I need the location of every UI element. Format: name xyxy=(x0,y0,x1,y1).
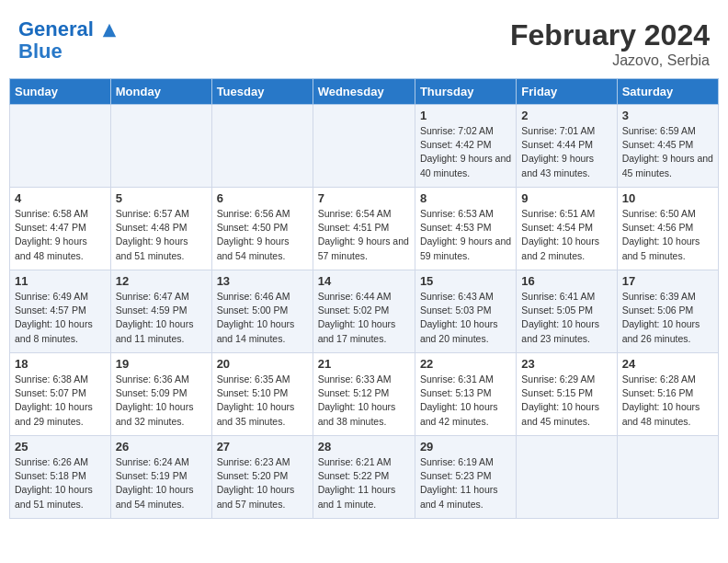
day-number: 5 xyxy=(116,191,207,205)
calendar-cell: 27Sunrise: 6:23 AMSunset: 5:20 PMDayligh… xyxy=(211,436,313,519)
day-number: 4 xyxy=(15,191,106,205)
calendar-cell: 17Sunrise: 6:39 AMSunset: 5:06 PMDayligh… xyxy=(617,270,718,353)
day-sun-info: Sunrise: 6:51 AMSunset: 4:54 PMDaylight:… xyxy=(521,207,611,263)
svg-marker-0 xyxy=(103,24,116,37)
day-sun-info: Sunrise: 6:59 AMSunset: 4:45 PMDaylight:… xyxy=(622,124,713,180)
calendar-cell: 10Sunrise: 6:50 AMSunset: 4:56 PMDayligh… xyxy=(617,188,718,270)
logo: General Blue xyxy=(18,18,118,63)
calendar-cell: 11Sunrise: 6:49 AMSunset: 4:57 PMDayligh… xyxy=(10,270,111,353)
calendar-cell: 29Sunrise: 6:19 AMSunset: 5:23 PMDayligh… xyxy=(415,436,516,519)
day-number: 11 xyxy=(15,274,106,288)
calendar-cell xyxy=(617,436,718,519)
calendar-table: SundayMondayTuesdayWednesdayThursdayFrid… xyxy=(9,78,719,519)
calendar-cell xyxy=(10,105,111,188)
calendar-cell: 25Sunrise: 6:26 AMSunset: 5:18 PMDayligh… xyxy=(10,436,111,519)
day-header-monday: Monday xyxy=(110,79,211,105)
calendar-cell: 7Sunrise: 6:54 AMSunset: 4:51 PMDaylight… xyxy=(313,188,415,270)
title-area: February 2024 Jazovo, Serbia xyxy=(510,18,710,69)
day-sun-info: Sunrise: 6:53 AMSunset: 4:53 PMDaylight:… xyxy=(420,207,511,263)
day-number: 23 xyxy=(521,357,611,371)
day-number: 15 xyxy=(420,274,511,288)
calendar-cell xyxy=(211,105,313,188)
calendar-week-row: 18Sunrise: 6:38 AMSunset: 5:07 PMDayligh… xyxy=(10,353,719,436)
day-number: 25 xyxy=(15,440,106,454)
day-number: 19 xyxy=(116,357,207,371)
day-sun-info: Sunrise: 7:01 AMSunset: 4:44 PMDaylight:… xyxy=(521,124,611,180)
day-number: 29 xyxy=(420,440,511,454)
calendar-cell: 4Sunrise: 6:58 AMSunset: 4:47 PMDaylight… xyxy=(10,188,111,270)
day-number: 12 xyxy=(116,274,207,288)
calendar-cell: 13Sunrise: 6:46 AMSunset: 5:00 PMDayligh… xyxy=(211,270,313,353)
day-number: 28 xyxy=(318,440,410,454)
calendar-cell: 16Sunrise: 6:41 AMSunset: 5:05 PMDayligh… xyxy=(517,270,617,353)
calendar-cell: 3Sunrise: 6:59 AMSunset: 4:45 PMDaylight… xyxy=(617,105,718,188)
day-sun-info: Sunrise: 6:31 AMSunset: 5:13 PMDaylight:… xyxy=(420,373,511,429)
logo-text-blue: Blue xyxy=(18,40,118,63)
calendar-week-row: 4Sunrise: 6:58 AMSunset: 4:47 PMDaylight… xyxy=(10,188,719,270)
calendar-cell xyxy=(517,436,617,519)
day-sun-info: Sunrise: 6:44 AMSunset: 5:02 PMDaylight:… xyxy=(318,290,410,346)
day-header-friday: Friday xyxy=(517,79,617,105)
location-subtitle: Jazovo, Serbia xyxy=(510,52,710,69)
day-sun-info: Sunrise: 6:24 AMSunset: 5:19 PMDaylight:… xyxy=(116,455,207,511)
calendar-cell: 26Sunrise: 6:24 AMSunset: 5:19 PMDayligh… xyxy=(110,436,211,519)
day-number: 13 xyxy=(217,274,308,288)
day-sun-info: Sunrise: 6:54 AMSunset: 4:51 PMDaylight:… xyxy=(318,207,410,263)
day-number: 2 xyxy=(521,109,611,122)
day-number: 22 xyxy=(420,357,511,371)
calendar-week-row: 25Sunrise: 6:26 AMSunset: 5:18 PMDayligh… xyxy=(10,436,719,519)
day-number: 14 xyxy=(318,274,410,288)
day-sun-info: Sunrise: 6:41 AMSunset: 5:05 PMDaylight:… xyxy=(521,290,611,346)
calendar-cell: 19Sunrise: 6:36 AMSunset: 5:09 PMDayligh… xyxy=(110,353,211,436)
day-number: 17 xyxy=(622,274,713,288)
day-sun-info: Sunrise: 6:28 AMSunset: 5:16 PMDaylight:… xyxy=(622,373,713,429)
day-number: 26 xyxy=(116,440,207,454)
calendar-cell xyxy=(313,105,415,188)
day-header-sunday: Sunday xyxy=(10,79,111,105)
calendar-cell: 15Sunrise: 6:43 AMSunset: 5:03 PMDayligh… xyxy=(415,270,516,353)
day-number: 7 xyxy=(318,191,410,205)
day-sun-info: Sunrise: 6:33 AMSunset: 5:12 PMDaylight:… xyxy=(318,373,410,429)
day-header-wednesday: Wednesday xyxy=(313,79,415,105)
day-sun-info: Sunrise: 6:38 AMSunset: 5:07 PMDaylight:… xyxy=(15,373,106,429)
calendar-cell: 1Sunrise: 7:02 AMSunset: 4:42 PMDaylight… xyxy=(415,105,516,188)
calendar-cell: 12Sunrise: 6:47 AMSunset: 4:59 PMDayligh… xyxy=(110,270,211,353)
calendar-cell: 6Sunrise: 6:56 AMSunset: 4:50 PMDaylight… xyxy=(211,188,313,270)
day-number: 27 xyxy=(217,440,308,454)
day-sun-info: Sunrise: 6:36 AMSunset: 5:09 PMDaylight:… xyxy=(116,373,207,429)
calendar-week-row: 11Sunrise: 6:49 AMSunset: 4:57 PMDayligh… xyxy=(10,270,719,353)
calendar-cell: 23Sunrise: 6:29 AMSunset: 5:15 PMDayligh… xyxy=(517,353,617,436)
day-number: 20 xyxy=(217,357,308,371)
logo-text: General xyxy=(18,18,118,40)
calendar-cell: 20Sunrise: 6:35 AMSunset: 5:10 PMDayligh… xyxy=(211,353,313,436)
calendar-cell: 18Sunrise: 6:38 AMSunset: 5:07 PMDayligh… xyxy=(10,353,111,436)
day-sun-info: Sunrise: 6:23 AMSunset: 5:20 PMDaylight:… xyxy=(217,455,308,511)
day-sun-info: Sunrise: 6:19 AMSunset: 5:23 PMDaylight:… xyxy=(420,455,511,511)
calendar-cell: 22Sunrise: 6:31 AMSunset: 5:13 PMDayligh… xyxy=(415,353,516,436)
day-number: 1 xyxy=(420,109,511,122)
day-sun-info: Sunrise: 6:47 AMSunset: 4:59 PMDaylight:… xyxy=(116,290,207,346)
day-sun-info: Sunrise: 6:46 AMSunset: 5:00 PMDaylight:… xyxy=(217,290,308,346)
day-number: 6 xyxy=(217,191,308,205)
day-number: 9 xyxy=(521,191,611,205)
calendar-cell: 24Sunrise: 6:28 AMSunset: 5:16 PMDayligh… xyxy=(617,353,718,436)
day-sun-info: Sunrise: 6:35 AMSunset: 5:10 PMDaylight:… xyxy=(217,373,308,429)
day-sun-info: Sunrise: 6:50 AMSunset: 4:56 PMDaylight:… xyxy=(622,207,713,263)
calendar-cell: 5Sunrise: 6:57 AMSunset: 4:48 PMDaylight… xyxy=(110,188,211,270)
day-sun-info: Sunrise: 6:56 AMSunset: 4:50 PMDaylight:… xyxy=(217,207,308,263)
day-number: 16 xyxy=(521,274,611,288)
calendar-cell: 21Sunrise: 6:33 AMSunset: 5:12 PMDayligh… xyxy=(313,353,415,436)
calendar-week-row: 1Sunrise: 7:02 AMSunset: 4:42 PMDaylight… xyxy=(10,105,719,188)
day-number: 10 xyxy=(622,191,713,205)
day-number: 21 xyxy=(318,357,410,371)
day-sun-info: Sunrise: 6:57 AMSunset: 4:48 PMDaylight:… xyxy=(116,207,207,263)
day-header-saturday: Saturday xyxy=(617,79,718,105)
day-sun-info: Sunrise: 6:26 AMSunset: 5:18 PMDaylight:… xyxy=(15,455,106,511)
calendar-cell xyxy=(110,105,211,188)
day-sun-info: Sunrise: 6:49 AMSunset: 4:57 PMDaylight:… xyxy=(15,290,106,346)
calendar-cell: 2Sunrise: 7:01 AMSunset: 4:44 PMDaylight… xyxy=(517,105,617,188)
day-number: 3 xyxy=(622,109,713,122)
day-header-tuesday: Tuesday xyxy=(211,79,313,105)
calendar-cell: 8Sunrise: 6:53 AMSunset: 4:53 PMDaylight… xyxy=(415,188,516,270)
day-sun-info: Sunrise: 6:43 AMSunset: 5:03 PMDaylight:… xyxy=(420,290,511,346)
